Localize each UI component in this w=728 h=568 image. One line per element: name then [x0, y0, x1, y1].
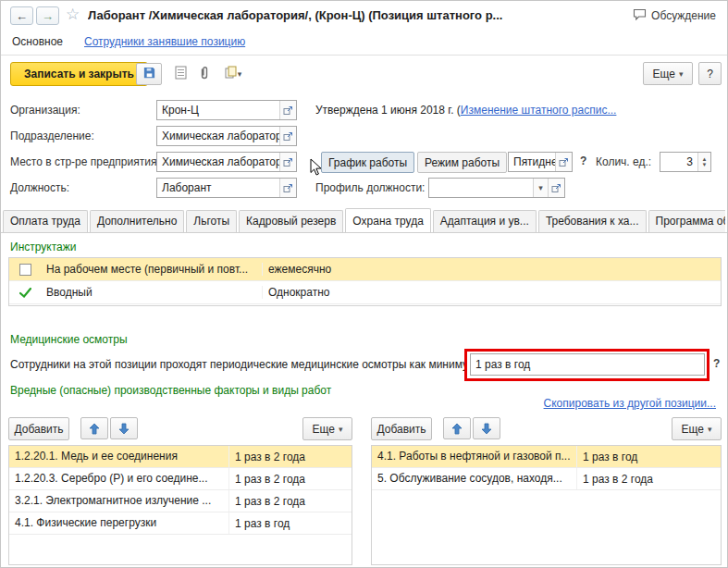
spinner-buttons[interactable]: ▲ ▼ — [697, 153, 710, 171]
factors-header: Вредные (опасные) производственные факто… — [10, 384, 331, 397]
medical-help[interactable]: ? — [713, 357, 720, 370]
choose-button[interactable] — [279, 179, 296, 197]
table-row[interactable]: 4.1. Физические перегрузки 1 раз в год — [9, 512, 352, 535]
spin-down-icon[interactable]: ▼ — [702, 162, 708, 167]
profile-label: Профиль должности: — [315, 181, 425, 194]
approved-line: Утверждена 1 июня 2018 г. (Изменение шта… — [315, 104, 616, 117]
medical-period-value: 1 раз в год — [471, 358, 704, 371]
factors-table-right: 4.1. Работы в нефтяной и газовой п... 1 … — [371, 445, 722, 565]
tab-adaptaciya[interactable]: Адаптация и ув... — [433, 210, 537, 232]
org-field[interactable]: Крон-Ц — [156, 100, 297, 120]
factor-name: 1.2.20.3. Серебро (Р) и его соедине... — [9, 468, 229, 489]
factor-name: 1.2.20.1. Медь и ее соединения — [9, 446, 229, 467]
schedule-field[interactable]: Пятидневк... — [508, 152, 573, 172]
place-label: Место в стр-ре предприятия: — [10, 155, 160, 168]
factors-panel-right: Добавить Еще ▾ 4.1. Работы в нефтяной и … — [371, 417, 722, 565]
tab-lgoty[interactable]: Льготы — [186, 210, 237, 232]
instruction-name: Вводный — [41, 286, 263, 299]
add-button[interactable]: Добавить — [8, 417, 69, 440]
factor-period: 1 раз в 2 года — [229, 495, 352, 508]
staffing-change-link[interactable]: Изменение штатного распис... — [461, 104, 617, 117]
quantity-stepper[interactable]: 3 ▲ ▼ — [660, 152, 711, 172]
copy-from-position-link[interactable]: Скопировать из другой позиции... — [544, 397, 716, 410]
schedule-value: Пятидневк... — [509, 155, 555, 168]
save-close-button[interactable]: Записать и закрыть — [10, 62, 148, 86]
back-arrow-icon: ← — [16, 9, 28, 23]
save-button[interactable] — [136, 63, 162, 85]
table-row[interactable]: 1.2.20.1. Медь и ее соединения 1 раз в 2… — [9, 446, 352, 468]
chevron-down-icon: ▾ — [238, 69, 242, 79]
tab-oplata-truda[interactable]: Оплата труда — [3, 210, 88, 232]
tab-ohrana-truda[interactable]: Охрана труда — [345, 208, 431, 232]
position-label: Должность: — [10, 181, 69, 194]
help-button[interactable]: ? — [698, 62, 722, 85]
factor-name: 3.2.1. Электромагнитное излучение ... — [9, 490, 229, 512]
row-flag-cell — [9, 264, 41, 276]
place-value: Химическая лаборатория — [157, 155, 279, 168]
factor-name: 4.1. Физические перегрузки — [9, 512, 229, 534]
more-button[interactable]: Еще ▾ — [672, 417, 722, 440]
tab-dopolnitelno[interactable]: Дополнительно — [90, 210, 184, 232]
position-field[interactable]: Лаборант — [156, 178, 297, 198]
choose-icon — [551, 183, 561, 193]
tab-kadrovy-rezerv[interactable]: Кадровый резерв — [239, 210, 343, 232]
move-up-button[interactable] — [80, 417, 108, 439]
employees-link[interactable]: Сотрудники занявшие позицию — [84, 35, 245, 48]
table-row[interactable]: 5. Обслуживание сосудов, находя... 1 раз… — [372, 468, 721, 490]
choose-button[interactable] — [555, 153, 572, 171]
arrow-down-icon — [118, 423, 130, 435]
forward-button[interactable]: → — [36, 6, 59, 25]
more-button[interactable]: Еще ▾ — [643, 62, 693, 85]
checkbox-unchecked[interactable] — [19, 264, 31, 276]
table-row[interactable]: 3.2.1. Электромагнитное излучение ... 1 … — [9, 490, 352, 512]
document-action-icon — [225, 66, 238, 82]
chevron-down-icon: ▾ — [679, 69, 684, 79]
department-value: Химическая лаборатория — [157, 130, 279, 142]
create-based-on-button[interactable]: ▾ — [216, 63, 251, 85]
choose-button[interactable] — [279, 153, 296, 171]
back-button[interactable]: ← — [10, 6, 33, 25]
table-row[interactable]: 1.2.20.3. Серебро (Р) и его соедине... 1… — [9, 468, 352, 490]
table-row[interactable]: 4.1. Работы в нефтяной и газовой п... 1 … — [372, 446, 721, 468]
table-row[interactable]: Вводный Однократно — [9, 281, 721, 304]
department-field[interactable]: Химическая лаборатория — [156, 126, 297, 146]
schedule-help[interactable]: ? — [580, 154, 586, 167]
arrow-up-icon — [451, 423, 463, 435]
move-down-button[interactable] — [473, 417, 500, 439]
work-type-period: 1 раз в 2 года — [577, 473, 721, 486]
more-button[interactable]: Еще ▾ — [302, 417, 352, 440]
move-up-button[interactable] — [443, 417, 471, 439]
place-field[interactable]: Химическая лаборатория — [156, 152, 297, 172]
quantity-label: Колич. ед.: — [596, 155, 651, 168]
work-schedule-button[interactable]: График работы — [321, 152, 414, 173]
factor-period: 1 раз в год — [229, 517, 352, 530]
medical-period-field[interactable]: 1 раз в год — [470, 353, 705, 376]
choose-button[interactable] — [279, 127, 296, 145]
work-type-name: 5. Обслуживание сосудов, находя... — [372, 468, 577, 489]
more-label: Еще — [682, 423, 704, 436]
work-mode-button[interactable]: Режим работы — [417, 152, 507, 173]
tab-trebovaniya[interactable]: Требования к ха... — [538, 210, 647, 232]
move-down-button[interactable] — [110, 417, 138, 439]
attachments-button[interactable] — [191, 63, 217, 85]
chevron-down-icon[interactable]: ▾ — [533, 179, 548, 197]
work-type-period: 1 раз в год — [577, 451, 721, 463]
window-title: Лаборант /Химическая лаборатория/, (Крон… — [88, 8, 592, 22]
add-button[interactable]: Добавить — [371, 417, 432, 440]
row-flag-cell — [9, 288, 41, 298]
choose-button[interactable] — [548, 179, 564, 197]
approved-text: Утверждена 1 июня 2018 г. ( — [315, 104, 461, 117]
tab-underline — [1, 232, 727, 233]
discussion-link[interactable]: Обсуждение — [633, 8, 716, 23]
medical-header: Медицинские осмотры — [10, 333, 128, 346]
tab-main[interactable]: Основное — [12, 35, 63, 48]
instruction-name: На рабочем месте (первичный и повт... — [41, 263, 263, 276]
choose-button[interactable] — [279, 101, 296, 119]
show-in-list-button[interactable] — [167, 63, 193, 85]
tab-programma[interactable]: Программа обу... — [648, 210, 726, 232]
factors-table-left: 1.2.20.1. Медь и ее соединения 1 раз в 2… — [8, 445, 352, 565]
favorite-star-icon[interactable]: ☆ — [66, 5, 80, 25]
table-row[interactable]: На рабочем месте (первичный и повт... еж… — [9, 258, 721, 281]
profile-combobox[interactable]: ▾ — [428, 178, 565, 198]
factors-panel-left: Добавить Еще ▾ 1.2.20.1. Медь и ее соеди… — [8, 417, 352, 565]
